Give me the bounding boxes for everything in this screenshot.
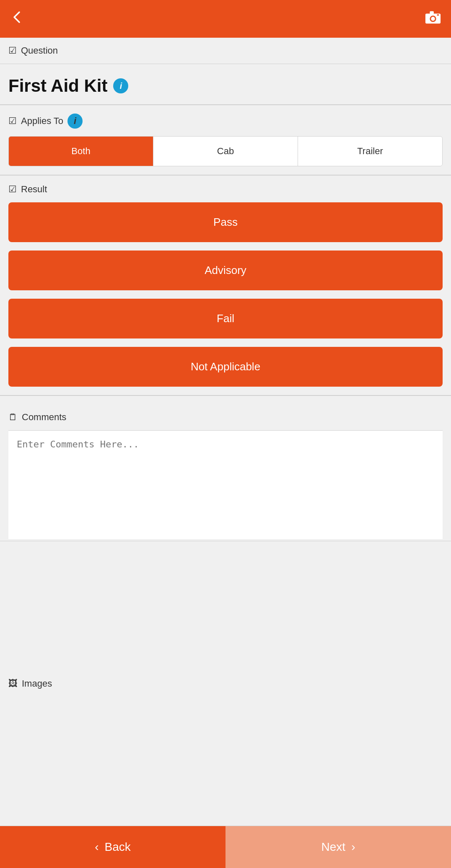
- comments-textarea[interactable]: [8, 430, 443, 539]
- question-checkbox-icon: [8, 45, 17, 56]
- tab-cab[interactable]: Cab: [153, 137, 298, 166]
- comments-label-row: Comments: [8, 404, 443, 430]
- applies-to-section: Applies To i Both Cab Trailer: [0, 105, 451, 175]
- result-buttons-group: Pass Advisory Fail Not Applicable: [8, 202, 443, 395]
- next-button[interactable]: Next ›: [226, 826, 451, 868]
- applies-to-checkbox-icon: [8, 116, 17, 127]
- next-arrow-icon: ›: [351, 840, 355, 854]
- title-section: First Aid Kit i: [0, 64, 451, 105]
- back-arrow-icon: ‹: [95, 840, 98, 854]
- result-checkbox-icon: [8, 184, 17, 195]
- applies-to-label-row: Applies To i: [8, 114, 443, 129]
- page-title: First Aid Kit: [8, 76, 107, 96]
- not-applicable-button[interactable]: Not Applicable: [8, 347, 443, 387]
- tab-trailer[interactable]: Trailer: [298, 137, 442, 166]
- images-section: Images: [0, 541, 451, 826]
- result-section: Result Pass Advisory Fail Not Applicable: [0, 176, 451, 395]
- title-info-icon[interactable]: i: [113, 78, 128, 93]
- camera-icon[interactable]: [425, 9, 441, 28]
- tab-both[interactable]: Both: [9, 137, 153, 166]
- advisory-button[interactable]: Advisory: [8, 251, 443, 290]
- svg-rect-4: [437, 14, 439, 16]
- next-button-label: Next: [321, 840, 346, 854]
- question-section-label: Question: [0, 38, 451, 64]
- comments-section: Comments: [0, 396, 451, 541]
- images-icon: [8, 678, 18, 689]
- result-label: Result: [21, 184, 47, 195]
- svg-point-2: [431, 17, 435, 21]
- applies-to-label: Applies To: [21, 116, 63, 127]
- back-button[interactable]: ‹ Back: [0, 826, 226, 868]
- fail-button[interactable]: Fail: [8, 299, 443, 338]
- back-button-label: Back: [105, 840, 131, 854]
- question-label: Question: [21, 45, 58, 56]
- pass-button[interactable]: Pass: [8, 202, 443, 242]
- applies-to-tab-group: Both Cab Trailer: [8, 136, 443, 166]
- footer: ‹ Back Next ›: [0, 826, 451, 868]
- comments-doc-icon: [8, 412, 18, 423]
- svg-rect-3: [430, 11, 434, 14]
- back-icon[interactable]: [10, 10, 23, 27]
- applies-to-info-icon[interactable]: i: [67, 114, 83, 129]
- comments-label: Comments: [22, 412, 66, 423]
- images-label: Images: [22, 678, 52, 689]
- app-header: [0, 0, 451, 38]
- result-label-row: Result: [8, 184, 443, 195]
